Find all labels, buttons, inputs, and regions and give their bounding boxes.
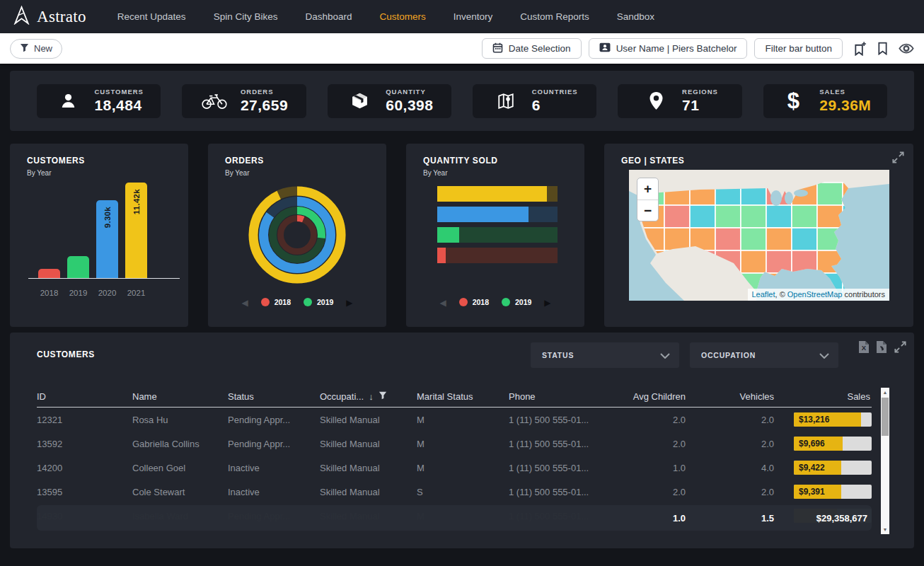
legend-prev-icon[interactable]: ◀ [439,296,446,308]
column-header-avg-children[interactable]: Avg Children [616,391,694,402]
customers-table-panel: CUSTOMERS STATUS OCCUPATION X IDNameStat… [10,333,914,548]
date-selection-button[interactable]: Date Selection [482,38,582,59]
leaflet-map[interactable]: + − Leaflet, © OpenStreetMap contributor… [629,170,889,301]
chevron-down-icon [660,349,670,362]
bookmark-icon[interactable] [877,42,888,55]
funnel-icon [20,43,29,54]
chart-legend: ◀20182019▶ [208,296,386,308]
id-cell: 13592 [37,439,132,449]
totals-vehicles: 1.5 [694,513,782,524]
column-header-phone[interactable]: Phone [509,391,616,402]
nav-item-recent-updates[interactable]: Recent Updates [117,11,186,22]
sales-cell: $9,422 [782,461,872,475]
filter-bar-button-button[interactable]: Filter bar button [754,38,843,59]
occupation-cell: Skilled Manual [320,487,417,497]
astrato-logo-icon [13,6,30,28]
sort-desc-icon[interactable]: ↓ [369,391,374,402]
bar-chart: 9.30k11.42k [38,183,177,278]
attribution-suffix: contributors [842,290,885,299]
id-cell: 13595 [37,487,132,497]
user-name-piers-batchelor-button[interactable]: User Name | Piers Batchelor [589,38,748,59]
nav-item-customers[interactable]: Customers [379,11,425,22]
file-export-icon[interactable] [876,340,887,354]
chart-subtitle: By Year [27,169,51,177]
occupation-filter-dropdown[interactable]: OCCUPATION [690,342,838,368]
nav-item-custom-reports[interactable]: Custom Reports [520,11,589,22]
occupation-cell: Skilled Manual [320,439,417,449]
scroll-down-arrow[interactable]: ▼ [881,527,889,532]
expand-icon[interactable] [894,340,907,354]
marital-cell: M [417,439,509,449]
zoom-out-button[interactable]: − [637,200,658,221]
table-row[interactable]: 13595Cole StewartInactiveSkilled ManualS… [37,480,872,504]
leaflet-link[interactable]: Leaflet [752,290,775,299]
column-header-marital-status[interactable]: Marital Status [417,391,509,402]
legend-next-icon[interactable]: ▶ [346,296,352,308]
status-cell: Pending Appr... [228,415,320,425]
expand-icon[interactable] [891,151,905,167]
bar-2020[interactable]: 9.30k [96,200,118,278]
bar-value-label: 9.30k [103,207,112,228]
kpi-card-countries: COUNTRIES6 [473,84,596,118]
kpi-value: 29.36M [819,97,871,114]
legend-next-icon[interactable]: ▶ [544,296,550,308]
table-row[interactable]: 14200Colleen GoelInactiveSkilled ManualM… [37,456,872,480]
sales-bar: $13,216 [794,412,872,427]
bar-2018[interactable] [38,269,60,278]
column-header-id[interactable]: ID [37,391,132,402]
hbar-2021[interactable] [437,186,558,202]
column-header-occupati[interactable]: Occupati...↓ [320,391,417,402]
nav-item-sandbox[interactable]: Sandbox [617,11,654,22]
scrollbar-thumb[interactable] [882,398,889,436]
table-row[interactable]: 13592Gabriella CollinsPending Appr...Ski… [37,432,872,456]
table-row[interactable]: 12321Rosa HuPending Appr...Skilled Manua… [37,408,872,432]
nav-item-inventory[interactable]: Inventory [454,11,493,22]
kpi-value: 60,398 [386,97,433,114]
brand-logo[interactable]: Astrato [13,6,86,28]
customers-bar-chart-panel: CUSTOMERS By Year 9.30k11.42k 2018201920… [10,144,188,327]
bar-2021[interactable]: 11.42k [125,183,147,278]
button-label: User Name | Piers Batchelor [616,43,737,54]
legend-item-2019[interactable]: 2019 [304,298,333,306]
eye-icon[interactable] [899,43,914,54]
nav-item-spin-city-bikes[interactable]: Spin City Bikes [214,11,278,22]
occupation-cell: Skilled Manual [320,415,417,425]
excel-export-icon[interactable]: X [858,340,870,354]
scroll-up-arrow[interactable]: ▲ [881,390,889,395]
kpi-value: 71 [682,97,718,114]
legend-prev-icon[interactable]: ◀ [241,296,248,308]
bar-value-label: 11.42k [132,189,141,214]
column-funnel-icon[interactable] [379,391,387,402]
name-cell: Rosa Hu [132,415,228,425]
kpi-value: 27,659 [241,97,288,114]
top-nav: Astrato Recent UpdatesSpin City BikesDas… [0,0,924,33]
marital-cell: M [417,463,509,473]
kpi-label: QUANTITY [386,88,433,96]
legend-item-2018[interactable]: 2018 [261,298,291,306]
legend-label: 2019 [317,298,333,306]
column-header-status[interactable]: Status [228,391,320,402]
nav-item-dashboard[interactable]: Dashboard [305,11,352,22]
phone-cell: 1 (11) 500 555-01... [509,439,616,449]
dropdown-label: OCCUPATION [701,351,756,359]
column-header-sales[interactable]: Sales [782,391,872,402]
hbar-2020[interactable] [437,207,558,222]
table-scrollbar[interactable]: ▲ ▼ [881,388,889,534]
legend-item-2019[interactable]: 2019 [502,298,531,306]
marital-cell: M [417,415,509,425]
column-header-name[interactable]: Name [132,391,228,402]
sales-value: $9,422 [794,461,872,475]
osm-link[interactable]: OpenStreetMap [787,290,843,299]
status-filter-dropdown[interactable]: STATUS [531,342,679,368]
bookmark-add-icon[interactable] [853,42,867,56]
hbar-2018[interactable] [437,248,558,263]
hbar-2019[interactable] [437,227,558,243]
legend-item-2018[interactable]: 2018 [459,298,489,306]
new-filter-button[interactable]: New [10,39,62,59]
children-cell: 2.0 [616,439,694,449]
column-header-vehicles[interactable]: Vehicles [694,391,782,402]
zoom-in-button[interactable]: + [637,178,658,200]
kpi-label: SALES [819,88,871,96]
filter-toolbar: New Date SelectionUser Name | Piers Batc… [0,33,924,64]
bar-2019[interactable] [67,256,89,278]
